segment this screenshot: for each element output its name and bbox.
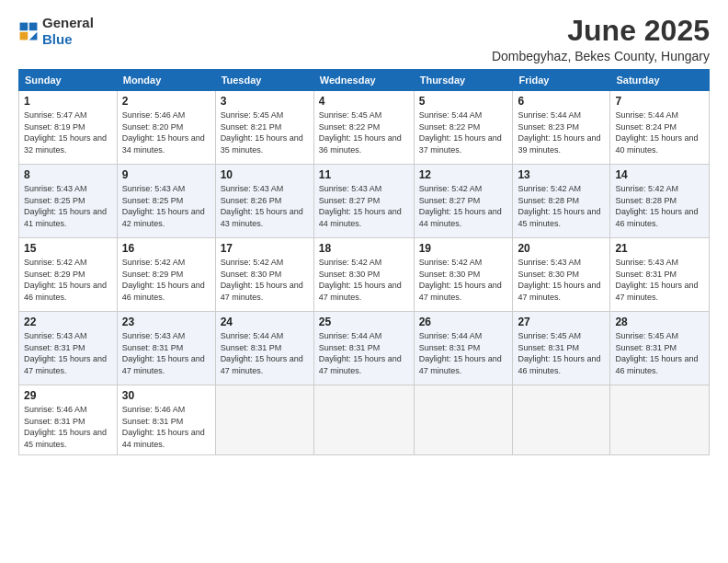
table-row: 8 Sunrise: 5:43 AMSunset: 8:25 PMDayligh… xyxy=(19,165,118,238)
table-row: 21 Sunrise: 5:43 AMSunset: 8:31 PMDaylig… xyxy=(610,238,710,312)
day-number: 27 xyxy=(518,316,605,328)
day-detail: Sunrise: 5:44 AMSunset: 8:22 PMDaylight:… xyxy=(419,110,502,155)
col-monday: Monday xyxy=(117,70,215,91)
logo-text: General Blue xyxy=(42,15,94,48)
day-detail: Sunrise: 5:46 AMSunset: 8:31 PMDaylight:… xyxy=(24,405,107,449)
table-row: 2 Sunrise: 5:46 AMSunset: 8:20 PMDayligh… xyxy=(117,91,215,165)
table-row: 4 Sunrise: 5:45 AMSunset: 8:22 PMDayligh… xyxy=(313,91,414,165)
table-row: 3 Sunrise: 5:45 AMSunset: 8:21 PMDayligh… xyxy=(215,91,313,165)
table-row xyxy=(313,385,414,454)
day-number: 15 xyxy=(24,242,112,255)
day-detail: Sunrise: 5:44 AMSunset: 8:23 PMDaylight:… xyxy=(518,110,600,155)
day-detail: Sunrise: 5:42 AMSunset: 8:30 PMDaylight:… xyxy=(221,258,303,302)
svg-marker-3 xyxy=(29,32,38,40)
day-detail: Sunrise: 5:43 AMSunset: 8:25 PMDaylight:… xyxy=(122,184,205,228)
header: General Blue June 2025 Dombegyhaz, Bekes… xyxy=(18,15,710,63)
day-detail: Sunrise: 5:45 AMSunset: 8:22 PMDaylight:… xyxy=(319,110,402,155)
day-number: 4 xyxy=(319,95,409,108)
day-detail: Sunrise: 5:45 AMSunset: 8:21 PMDaylight:… xyxy=(221,110,303,155)
day-number: 13 xyxy=(518,168,605,181)
day-detail: Sunrise: 5:43 AMSunset: 8:25 PMDaylight:… xyxy=(24,184,107,228)
day-number: 20 xyxy=(518,242,605,255)
day-detail: Sunrise: 5:46 AMSunset: 8:31 PMDaylight:… xyxy=(122,405,205,449)
logo-icon xyxy=(18,21,39,41)
day-number: 6 xyxy=(518,95,605,108)
day-number: 25 xyxy=(319,316,409,328)
col-saturday: Saturday xyxy=(610,70,710,91)
day-number: 14 xyxy=(615,168,704,181)
day-number: 17 xyxy=(221,242,309,255)
title-area: June 2025 Dombegyhaz, Bekes County, Hung… xyxy=(492,15,710,63)
table-row: 26 Sunrise: 5:44 AMSunset: 8:31 PMDaylig… xyxy=(414,312,513,385)
day-number: 22 xyxy=(24,316,112,328)
location-title: Dombegyhaz, Bekes County, Hungary xyxy=(492,49,710,63)
calendar-table: Sunday Monday Tuesday Wednesday Thursday… xyxy=(18,69,710,454)
day-number: 23 xyxy=(122,316,210,328)
day-detail: Sunrise: 5:45 AMSunset: 8:31 PMDaylight:… xyxy=(615,331,698,375)
day-detail: Sunrise: 5:42 AMSunset: 8:27 PMDaylight:… xyxy=(419,184,502,228)
day-detail: Sunrise: 5:43 AMSunset: 8:27 PMDaylight:… xyxy=(319,184,402,228)
day-number: 7 xyxy=(615,95,704,108)
col-sunday: Sunday xyxy=(19,70,118,91)
day-detail: Sunrise: 5:42 AMSunset: 8:30 PMDaylight:… xyxy=(419,258,502,302)
table-row: 17 Sunrise: 5:42 AMSunset: 8:30 PMDaylig… xyxy=(215,238,313,312)
day-number: 26 xyxy=(419,316,508,328)
table-row: 5 Sunrise: 5:44 AMSunset: 8:22 PMDayligh… xyxy=(414,91,513,165)
table-row: 23 Sunrise: 5:43 AMSunset: 8:31 PMDaylig… xyxy=(117,312,215,385)
table-row xyxy=(513,385,610,454)
table-row: 19 Sunrise: 5:42 AMSunset: 8:30 PMDaylig… xyxy=(414,238,513,312)
day-detail: Sunrise: 5:44 AMSunset: 8:24 PMDaylight:… xyxy=(615,110,698,155)
day-number: 29 xyxy=(24,389,112,402)
col-tuesday: Tuesday xyxy=(215,70,313,91)
day-number: 3 xyxy=(221,95,309,108)
day-detail: Sunrise: 5:44 AMSunset: 8:31 PMDaylight:… xyxy=(419,331,502,375)
day-detail: Sunrise: 5:42 AMSunset: 8:28 PMDaylight:… xyxy=(615,184,698,228)
day-number: 10 xyxy=(221,168,309,181)
day-number: 11 xyxy=(319,168,409,181)
table-row: 1 Sunrise: 5:47 AMSunset: 8:19 PMDayligh… xyxy=(19,91,118,165)
day-number: 18 xyxy=(319,242,409,255)
table-row: 15 Sunrise: 5:42 AMSunset: 8:29 PMDaylig… xyxy=(19,238,118,312)
day-detail: Sunrise: 5:43 AMSunset: 8:26 PMDaylight:… xyxy=(221,184,303,228)
day-detail: Sunrise: 5:43 AMSunset: 8:30 PMDaylight:… xyxy=(518,258,600,302)
table-row xyxy=(215,385,313,454)
day-detail: Sunrise: 5:43 AMSunset: 8:31 PMDaylight:… xyxy=(615,258,698,302)
day-number: 5 xyxy=(419,95,508,108)
table-row: 25 Sunrise: 5:44 AMSunset: 8:31 PMDaylig… xyxy=(313,312,414,385)
logo: General Blue xyxy=(18,15,94,48)
table-row: 30 Sunrise: 5:46 AMSunset: 8:31 PMDaylig… xyxy=(117,385,215,454)
header-row: Sunday Monday Tuesday Wednesday Thursday… xyxy=(19,70,710,91)
table-row: 9 Sunrise: 5:43 AMSunset: 8:25 PMDayligh… xyxy=(117,165,215,238)
col-thursday: Thursday xyxy=(414,70,513,91)
table-row: 28 Sunrise: 5:45 AMSunset: 8:31 PMDaylig… xyxy=(610,312,710,385)
table-row: 10 Sunrise: 5:43 AMSunset: 8:26 PMDaylig… xyxy=(215,165,313,238)
table-row: 16 Sunrise: 5:42 AMSunset: 8:29 PMDaylig… xyxy=(117,238,215,312)
day-number: 28 xyxy=(615,316,704,328)
day-number: 1 xyxy=(24,95,112,108)
table-row: 27 Sunrise: 5:45 AMSunset: 8:31 PMDaylig… xyxy=(513,312,610,385)
table-row xyxy=(414,385,513,454)
svg-rect-2 xyxy=(20,32,28,40)
day-detail: Sunrise: 5:47 AMSunset: 8:19 PMDaylight:… xyxy=(24,110,107,155)
day-detail: Sunrise: 5:43 AMSunset: 8:31 PMDaylight:… xyxy=(24,331,107,375)
day-detail: Sunrise: 5:44 AMSunset: 8:31 PMDaylight:… xyxy=(319,331,402,375)
table-row: 12 Sunrise: 5:42 AMSunset: 8:27 PMDaylig… xyxy=(414,165,513,238)
day-number: 9 xyxy=(122,168,210,181)
day-number: 2 xyxy=(122,95,210,108)
day-detail: Sunrise: 5:45 AMSunset: 8:31 PMDaylight:… xyxy=(518,331,600,375)
table-row: 20 Sunrise: 5:43 AMSunset: 8:30 PMDaylig… xyxy=(513,238,610,312)
svg-rect-0 xyxy=(20,23,28,31)
col-wednesday: Wednesday xyxy=(313,70,414,91)
table-row xyxy=(610,385,710,454)
col-friday: Friday xyxy=(513,70,610,91)
table-row: 24 Sunrise: 5:44 AMSunset: 8:31 PMDaylig… xyxy=(215,312,313,385)
svg-rect-1 xyxy=(29,23,38,31)
table-row: 14 Sunrise: 5:42 AMSunset: 8:28 PMDaylig… xyxy=(610,165,710,238)
day-number: 12 xyxy=(419,168,508,181)
day-number: 24 xyxy=(221,316,309,328)
table-row: 22 Sunrise: 5:43 AMSunset: 8:31 PMDaylig… xyxy=(19,312,118,385)
day-number: 19 xyxy=(419,242,508,255)
logo-blue: Blue xyxy=(42,31,73,47)
day-detail: Sunrise: 5:44 AMSunset: 8:31 PMDaylight:… xyxy=(221,331,303,375)
day-number: 16 xyxy=(122,242,210,255)
